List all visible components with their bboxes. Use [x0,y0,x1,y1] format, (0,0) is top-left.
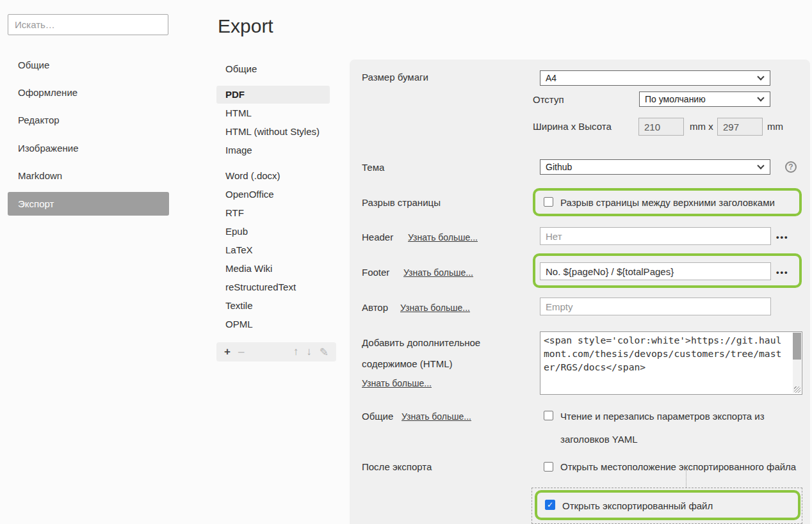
header-learn-more-link[interactable]: Узнать больше... [408,232,478,242]
page-title: Export [218,15,273,37]
format-item-general[interactable]: Общие [216,60,330,78]
yaml-checkbox[interactable] [544,411,553,420]
dimensions-label: Ширина x Высота [533,121,612,132]
paper-width-field [638,118,684,136]
preferences-window: Общие Оформление Редактор Изображение Ma… [0,0,812,524]
sidebar-item-markdown[interactable]: Markdown [8,164,169,187]
format-item-word[interactable]: Word (.docx) [216,167,330,185]
open-location-checkbox-label: Открыть местоположение экспортированного… [560,456,800,479]
unit-end-label: mm [767,121,783,132]
format-item-restructuredtext[interactable]: reStructuredText [216,278,330,296]
add-icon[interactable]: + [224,345,231,358]
paper-size-value: A4 [546,73,556,83]
check-icon: ✓ [547,500,553,509]
theme-select[interactable]: Github [540,159,770,175]
arrow-up-icon[interactable]: ↑ [293,345,299,358]
margin-value: По умолчанию [645,94,706,104]
theme-label: Тема [362,162,384,173]
page-break-label: Разрыв страницы [362,197,441,208]
textarea-scrollbar-thumb[interactable] [793,333,801,360]
footer-learn-more-link[interactable]: Узнать больше... [403,267,473,278]
chevron-down-icon [757,73,764,80]
sidebar-item-image[interactable]: Изображение [8,136,169,160]
page-break-checkbox[interactable] [544,197,553,207]
open-file-checkbox[interactable]: ✓ [545,500,555,510]
author-learn-more-link[interactable]: Узнать больше... [400,303,470,313]
extra-content-learn-more-link[interactable]: Узнать больше... [362,378,432,388]
margin-label: Отступ [533,94,564,105]
format-item-textile[interactable]: Textile [216,297,330,315]
format-item-opml[interactable]: OPML [216,315,330,333]
paper-size-select[interactable]: A4 [540,70,770,86]
footer-input[interactable] [540,262,771,280]
chevron-down-icon [757,162,764,169]
extra-content-textarea-box: <span style='color:white'>https://git.ha… [540,331,802,395]
general-label: Общие [362,411,393,422]
format-item-rtf[interactable]: RTF [216,204,330,222]
format-item-openoffice[interactable]: OpenOffice [216,186,330,203]
extra-content-textarea[interactable]: <span style='color:white'>https://git.ha… [540,331,802,395]
theme-value: Github [546,162,572,172]
format-item-mediawiki[interactable]: Media Wiki [216,260,330,278]
paper-size-label: Размер бумаги [362,72,428,83]
unit-mid-label: mm x [690,121,713,132]
format-item-html-no-styles[interactable]: HTML (without Styles) [216,123,330,141]
sidebar-item-appearance[interactable]: Оформление [8,81,169,104]
remove-icon[interactable]: – [238,345,244,358]
search-input[interactable] [8,14,168,35]
header-input[interactable] [540,227,771,245]
arrow-down-icon[interactable]: ↓ [306,345,312,358]
header-label: Header [362,232,393,242]
extra-content-label-line1: Добавить дополнительное [362,337,480,348]
paper-height-field [717,118,763,136]
format-item-latex[interactable]: LaTeX [216,241,330,259]
general-learn-more-link[interactable]: Узнать больше... [402,411,471,422]
format-item-epub[interactable]: Epub [216,223,330,241]
author-input[interactable] [540,298,771,315]
page-break-checkbox-label: Разрыв страницы между верхними заголовка… [560,197,775,208]
format-item-image[interactable]: Image [216,141,330,159]
format-item-pdf[interactable]: PDF [216,86,330,104]
yaml-checkbox-label: Чтение и перезапись параметров экспорта … [560,405,794,451]
after-export-label: После экспорта [362,461,432,472]
sidebar-item-export[interactable]: Экспорт [8,192,169,216]
help-icon[interactable]: ? [785,161,797,173]
open-file-checkbox-label: Открыть экспортированный файл [562,500,713,511]
sidebar-item-general[interactable]: Общие [8,53,169,77]
annotation-dotted-line [686,470,686,488]
margin-select[interactable]: По умолчанию [639,91,770,107]
chevron-down-icon [757,94,764,101]
author-label: Автор [362,302,388,313]
sidebar-item-editor[interactable]: Редактор [8,108,169,132]
format-list-toolbar: + – ↑ ↓ ✎ [216,342,336,361]
textarea-resize-grip[interactable] [794,386,800,393]
pencil-icon[interactable]: ✎ [320,345,329,359]
header-more-button[interactable]: ••• [776,232,789,242]
footer-more-button[interactable]: ••• [776,267,789,277]
extra-content-label-line2: содержимое (HTML) [362,358,453,369]
open-location-checkbox[interactable] [544,462,553,472]
footer-label: Footer [362,267,389,278]
format-item-html[interactable]: HTML [216,104,330,122]
